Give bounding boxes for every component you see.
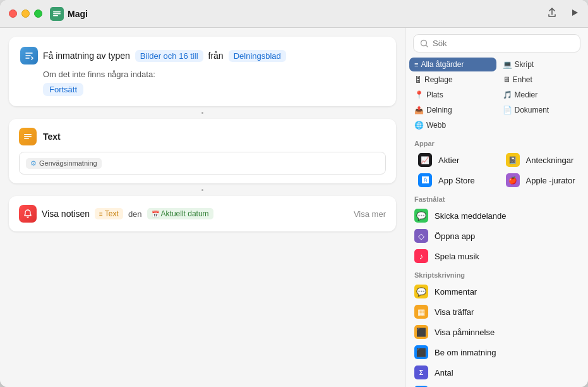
plats-icon: 📍 <box>414 90 424 99</box>
svg-rect-4 <box>24 136 32 137</box>
titlebar-actions <box>546 7 579 21</box>
notification-label: Visa notisen <box>42 209 90 219</box>
section-appar: Appar <box>405 135 588 150</box>
section-skript: Skriptskrivning <box>405 266 588 281</box>
card-text: Text ⚙ Genvägsinmatning <box>9 119 396 183</box>
date-icon: 📅 <box>152 211 159 218</box>
close-button[interactable] <box>9 9 17 18</box>
main-content: Få inmatning av typen Bilder och 16 till… <box>0 28 588 387</box>
webb-icon: 🌐 <box>414 121 424 130</box>
svg-rect-5 <box>24 138 29 139</box>
list-item-kommentar[interactable]: 💬 Kommentar <box>405 281 588 302</box>
skript-label: Skript <box>515 60 534 69</box>
alla-label: Alla åtgärder <box>421 60 464 69</box>
source-tag[interactable]: Delningsblad <box>229 50 286 62</box>
list-item-spela[interactable]: ♪ Spela musik <box>405 246 588 266</box>
dokument-label: Dokument <box>515 106 549 114</box>
tab-plats[interactable]: 📍 Plats <box>409 88 496 102</box>
left-panel: Få inmatning av typen Bilder och 16 till… <box>0 28 405 387</box>
shortcut-tag: ⚙ Genvägsinmatning <box>26 158 102 169</box>
dokument-icon: 📄 <box>503 106 512 114</box>
list-item-skicka[interactable]: 💬 Skicka meddelande <box>405 206 588 226</box>
text-tag-icon: ≡ <box>99 211 103 218</box>
text-input-area[interactable]: ⚙ Genvägsinmatning <box>19 152 386 175</box>
svg-rect-1 <box>53 13 61 15</box>
get-input-icon <box>20 47 38 64</box>
spela-icon: ♪ <box>414 249 428 263</box>
webb-label: Webb <box>426 121 446 130</box>
get-input-label: Få inmatning av typen <box>43 51 130 61</box>
type-tag[interactable]: Bilder och 16 till <box>135 50 203 62</box>
list-item-be-om[interactable]: ⬛ Be om inmatning <box>405 342 588 362</box>
notification-icon <box>19 205 37 223</box>
text-tag: ≡ Text <box>95 208 123 219</box>
skicka-icon: 💬 <box>414 209 428 223</box>
anteckningar-icon: 📓 <box>506 153 520 167</box>
continue-button[interactable]: Fortsätt <box>43 83 83 96</box>
delning-label: Delning <box>426 106 452 114</box>
list-item-valj[interactable]: ☰ Välj från meny <box>405 383 588 387</box>
list-item-anteckningar[interactable]: 📓 Anteckningar <box>497 150 585 170</box>
search-input[interactable] <box>433 39 573 48</box>
card-get-input: Få inmatning av typen Bilder och 16 till… <box>9 37 396 106</box>
show-more-button[interactable]: Visa mer <box>354 209 386 219</box>
shortcut-icon: ⚙ <box>30 159 37 168</box>
visa-traffar-icon: ▦ <box>414 305 428 319</box>
delning-icon: 📤 <box>414 106 424 114</box>
list-item-antal[interactable]: Σ Antal <box>405 362 588 383</box>
antal-icon: Σ <box>414 366 428 379</box>
maximize-button[interactable] <box>34 9 42 18</box>
reglage-label: Reglage <box>424 75 453 84</box>
list-item-aktier[interactable]: 📈 Aktier <box>409 150 497 170</box>
divider-2 <box>9 183 396 196</box>
right-panel: ≡ Alla åtgärder 💻 Skript 🎛 Reglage 🖥 Enh… <box>405 28 588 387</box>
medier-label: Medier <box>515 90 538 99</box>
tab-delning[interactable]: 📤 Delning <box>409 103 496 117</box>
tab-medier[interactable]: 🎵 Medier <box>498 88 585 102</box>
plats-label: Plats <box>426 90 443 99</box>
medier-icon: 🎵 <box>503 90 512 99</box>
main-window: Magi <box>0 0 588 387</box>
minimize-button[interactable] <box>21 9 30 18</box>
list-item-oppna[interactable]: ◇ Öppna app <box>405 226 588 246</box>
tab-webb[interactable]: 🌐 Webb <box>409 118 496 132</box>
visa-paminnelse-icon: ⬛ <box>414 325 428 339</box>
list-item-apple[interactable]: 🍎 Apple -jurator <box>497 170 585 190</box>
tab-dokument[interactable]: 📄 Dokument <box>498 103 585 117</box>
list-item-appstore[interactable]: 🅰 App Store <box>409 170 497 190</box>
enhet-label: Enhet <box>513 75 532 84</box>
tab-reglage[interactable]: 🎛 Reglage <box>409 73 496 87</box>
from-label: från <box>208 51 224 61</box>
right-list: Appar 📈 Aktier 📓 Anteckningar <box>405 135 588 387</box>
date-tag: 📅 Aktuellt datum <box>147 208 213 219</box>
share-button[interactable] <box>546 7 558 21</box>
search-icon <box>420 39 429 48</box>
play-button[interactable] <box>569 8 579 20</box>
tab-enhet[interactable]: 🖥 Enhet <box>498 73 585 87</box>
tab-skript[interactable]: 💻 Skript <box>498 58 585 71</box>
divider-1 <box>9 106 396 119</box>
app-title: Magi <box>68 9 88 19</box>
appar-grid: 📈 Aktier 📓 Anteckningar 🅰 <box>405 150 588 190</box>
list-item-visa-traffar[interactable]: ▦ Visa träffar <box>405 302 588 322</box>
skript-icon: 💻 <box>503 60 512 69</box>
section-fastnalat: Fastnålat <box>405 190 588 206</box>
den-label: den <box>128 209 142 219</box>
list-item-visa-paminnelse[interactable]: ⬛ Visa påminnelse <box>405 322 588 342</box>
search-bar <box>413 34 580 52</box>
kommentar-icon: 💬 <box>414 285 428 298</box>
be-om-icon: ⬛ <box>414 345 428 359</box>
app-icon <box>50 7 64 21</box>
shortcut-label: Genvägsinmatning <box>39 159 97 167</box>
oppna-icon: ◇ <box>414 229 428 243</box>
aktier-icon: 📈 <box>418 153 432 167</box>
svg-rect-3 <box>24 134 32 135</box>
svg-rect-2 <box>53 15 58 16</box>
svg-rect-0 <box>53 11 61 13</box>
text-card-icon <box>19 128 37 145</box>
card-notification: Visa notisen ≡ Text den 📅 Aktuellt datum… <box>9 196 396 231</box>
tab-alla-atgarder[interactable]: ≡ Alla åtgärder <box>409 58 496 71</box>
apple-icon: 🍎 <box>506 173 520 187</box>
category-tabs: ≡ Alla åtgärder 💻 Skript 🎛 Reglage 🖥 Enh… <box>405 58 588 135</box>
appstore-icon: 🅰 <box>418 173 432 187</box>
